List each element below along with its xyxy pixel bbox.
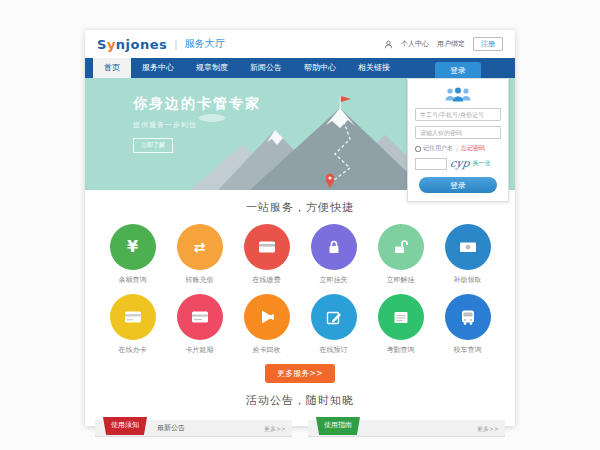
- remember-checkbox[interactable]: [415, 146, 421, 152]
- announcements-section: 活动公告，随时知晓 使用须知 最新公告 更多>> 使用指南 更多>>: [85, 393, 515, 437]
- announcement-tab-bars: 使用须知 最新公告 更多>> 使用指南 更多>>: [85, 420, 515, 437]
- megaphone-icon: [257, 307, 277, 327]
- service-attendance[interactable]: 考勤查询: [367, 294, 434, 355]
- more-link-left[interactable]: 更多>>: [264, 420, 286, 437]
- bus-icon: [458, 307, 478, 327]
- announcement-panel-left: 使用须知 最新公告 更多>>: [95, 420, 292, 437]
- service-circle: [244, 224, 290, 270]
- service-label: 立即挂失: [300, 275, 367, 285]
- service-circle: ¥: [110, 224, 156, 270]
- nav-item-service-center[interactable]: 服务中心: [131, 58, 185, 78]
- service-label: 转账充值: [166, 275, 233, 285]
- service-circle: [110, 294, 156, 340]
- hero-subtitle: 提供服务一步到位: [133, 120, 261, 130]
- service-unlock-card[interactable]: 立即解挂: [367, 224, 434, 285]
- service-label: 补助领取: [434, 275, 501, 285]
- service-card-extension[interactable]: 卡片延期: [166, 294, 233, 355]
- user-guide-tab[interactable]: 使用指南: [316, 417, 360, 435]
- service-label: 在线缴费: [233, 275, 300, 285]
- nav-item-links[interactable]: 相关链接: [347, 58, 401, 78]
- announcements-title: 活动公告，随时知晓: [85, 393, 515, 408]
- service-circle: [311, 224, 357, 270]
- service-label: 考勤查询: [367, 345, 434, 355]
- logo-accent: y: [107, 37, 116, 52]
- login-box: 记住用户名 | 忘记密码 cyp 换一张 登录: [407, 78, 509, 202]
- services-section: 一站服务，方便快捷 ¥ 余额查询 ⇄ 转账充值 在线缴费: [85, 190, 515, 383]
- service-transfer[interactable]: ⇄ 转账充值: [166, 224, 233, 285]
- captcha-input[interactable]: [415, 158, 447, 170]
- service-circle: [378, 294, 424, 340]
- remember-row: 记住用户名 | 忘记密码: [415, 144, 501, 153]
- nav-item-help-center[interactable]: 帮助中心: [293, 58, 347, 78]
- hero-banner: 你身边的卡管专家 提供服务一步到位 立即了解: [85, 78, 515, 190]
- header-actions: 个人中心 用户绑定 注册: [384, 37, 503, 51]
- forgot-password-link[interactable]: 忘记密码: [461, 144, 485, 153]
- attendance-icon: [391, 307, 411, 327]
- logo-text-suffix: njones: [116, 37, 167, 52]
- usage-notice-tab[interactable]: 使用须知: [103, 417, 147, 435]
- transfer-icon: ⇄: [194, 240, 206, 254]
- users-icon: [441, 86, 475, 103]
- nav-item-home[interactable]: 首页: [93, 58, 131, 78]
- logo-text: S: [97, 37, 107, 52]
- password-input[interactable]: [415, 126, 501, 139]
- register-button[interactable]: 注册: [473, 37, 503, 51]
- hero-copy: 你身边的卡管专家 提供服务一步到位 立即了解: [133, 95, 261, 153]
- service-label: 立即解挂: [367, 275, 434, 285]
- edit-icon: [324, 307, 344, 327]
- service-circle: [311, 294, 357, 340]
- service-school-bus[interactable]: 校车查询: [434, 294, 501, 355]
- service-circle: [445, 294, 491, 340]
- service-label: 余额查询: [99, 275, 166, 285]
- services-title: 一站服务，方便快捷: [85, 200, 515, 215]
- hero-learn-more-button[interactable]: 立即了解: [133, 138, 173, 153]
- service-label: 在线预订: [300, 345, 367, 355]
- renew-card-icon: [190, 307, 210, 327]
- captcha-refresh-link[interactable]: 换一张: [472, 159, 490, 168]
- nav-item-news[interactable]: 新闻公告: [239, 58, 293, 78]
- person-icon: [384, 40, 393, 49]
- nav-item-regulations[interactable]: 规章制度: [185, 58, 239, 78]
- hero-title: 你身边的卡管专家: [133, 95, 261, 113]
- service-card-recovery[interactable]: 捡卡回收: [233, 294, 300, 355]
- personal-center-link[interactable]: 个人中心: [401, 39, 429, 49]
- username-input[interactable]: [415, 108, 501, 121]
- captcha-image[interactable]: cyp: [449, 157, 470, 170]
- separator: |: [456, 145, 458, 152]
- service-subsidy[interactable]: 补助领取: [434, 224, 501, 285]
- screenshot-canvas: Synjones | 服务大厅 个人中心 用户绑定 注册 首页 服务中心 规章制…: [0, 0, 600, 450]
- service-circle: [445, 224, 491, 270]
- logo[interactable]: Synjones: [97, 37, 167, 52]
- service-balance[interactable]: ¥ 余额查询: [99, 224, 166, 285]
- services-grid: ¥ 余额查询 ⇄ 转账充值 在线缴费 立即挂失: [99, 224, 501, 355]
- service-label: 卡片延期: [166, 345, 233, 355]
- login-tab[interactable]: 登录: [435, 62, 481, 78]
- service-circle: [177, 294, 223, 340]
- banknote-icon: [458, 237, 478, 257]
- service-circle: [244, 294, 290, 340]
- new-card-icon: [123, 307, 143, 327]
- yuan-icon: ¥: [127, 239, 138, 255]
- more-services-button[interactable]: 更多服务>>: [265, 364, 334, 383]
- remember-label: 记住用户名: [423, 144, 453, 153]
- site-header: Synjones | 服务大厅 个人中心 用户绑定 注册: [85, 30, 515, 58]
- bank-card-icon: [257, 237, 277, 257]
- announcement-panel-right: 使用指南 更多>>: [308, 420, 505, 437]
- login-panel: 登录 记住用户名 | 忘记密码: [407, 62, 509, 202]
- service-report-loss[interactable]: 立即挂失: [300, 224, 367, 285]
- service-label: 捡卡回收: [233, 345, 300, 355]
- header-divider: |: [174, 39, 177, 50]
- service-apply-card[interactable]: 在线办卡: [99, 294, 166, 355]
- more-link-right[interactable]: 更多>>: [477, 420, 499, 437]
- service-online-booking[interactable]: 在线预订: [300, 294, 367, 355]
- unlock-icon: [391, 237, 411, 257]
- service-online-payment[interactable]: 在线缴费: [233, 224, 300, 285]
- captcha-row: cyp 换一张: [415, 157, 501, 170]
- login-submit-button[interactable]: 登录: [419, 177, 497, 193]
- service-label: 在线办卡: [99, 345, 166, 355]
- latest-announcements-tab[interactable]: 最新公告: [157, 420, 185, 437]
- service-circle: ⇄: [177, 224, 223, 270]
- webpage: Synjones | 服务大厅 个人中心 用户绑定 注册 首页 服务中心 规章制…: [85, 30, 515, 426]
- user-binding-link[interactable]: 用户绑定: [437, 39, 465, 49]
- service-circle: [378, 224, 424, 270]
